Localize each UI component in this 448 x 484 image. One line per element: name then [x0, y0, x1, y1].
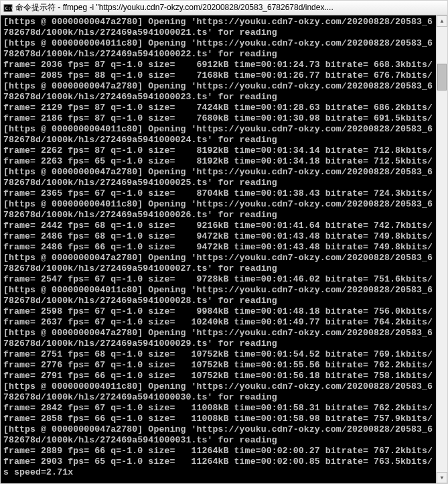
- scroll-thumb[interactable]: [437, 64, 447, 90]
- scroll-down-button[interactable]: ▼: [437, 472, 447, 483]
- scroll-track[interactable]: [437, 27, 447, 472]
- console-body: [https @ 00000000047a2780] Opening 'http…: [1, 15, 447, 483]
- vertical-scrollbar[interactable]: ▲ ▼: [436, 15, 447, 483]
- cmd-icon: C:\: [3, 3, 13, 13]
- terminal-window: C:\ 命令提示符 - ffmpeg -i "https://youku.cdn…: [0, 0, 448, 484]
- console-output[interactable]: [https @ 00000000047a2780] Opening 'http…: [1, 15, 436, 483]
- titlebar[interactable]: C:\ 命令提示符 - ffmpeg -i "https://youku.cdn…: [1, 1, 447, 15]
- scroll-up-button[interactable]: ▲: [437, 15, 447, 27]
- window-title: 命令提示符 - ffmpeg -i "https://youku.cdn7-ok…: [15, 2, 445, 13]
- svg-text:C:\: C:\: [5, 5, 13, 11]
